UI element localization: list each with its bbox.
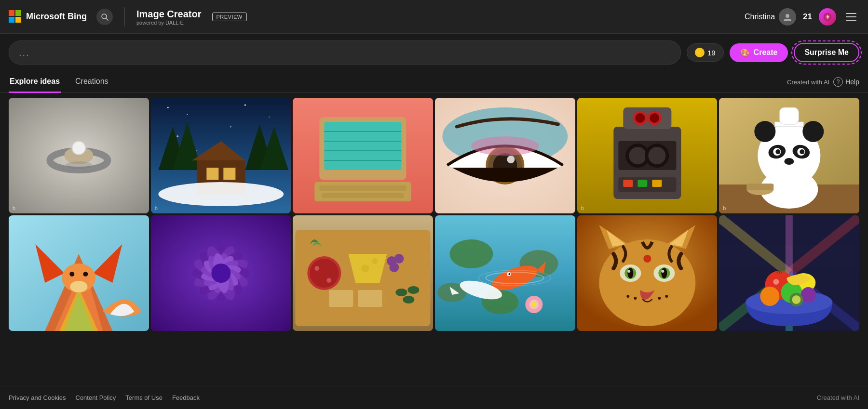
image-cell-fox[interactable]: [9, 215, 149, 331]
image-cell-computer[interactable]: [293, 98, 433, 213]
svg-point-157: [658, 297, 661, 300]
svg-point-176: [773, 279, 779, 285]
svg-rect-1: [15, 10, 21, 16]
svg-point-114: [315, 266, 320, 271]
privacy-link[interactable]: Privacy and Cookies: [9, 394, 66, 401]
bing-brand-text: Microsoft Bing: [26, 12, 87, 22]
svg-line-5: [106, 18, 108, 20]
search-bar[interactable]: ...: [9, 40, 681, 65]
surprise-me-button[interactable]: Surprise Me: [794, 43, 859, 62]
svg-point-47: [471, 136, 539, 156]
svg-point-172: [760, 287, 780, 306]
svg-rect-80: [747, 184, 774, 190]
created-with-ai-label: Created with AI: [787, 79, 829, 86]
watermark: b: [723, 205, 726, 211]
coins-avatar[interactable]: [819, 8, 836, 26]
image-grid: b: [0, 93, 868, 336]
svg-point-153: [627, 270, 630, 273]
header-right: Christina 21: [745, 8, 859, 26]
svg-point-125: [394, 254, 404, 264]
tab-explore-ideas[interactable]: Explore ideas: [9, 71, 61, 93]
svg-point-155: [626, 295, 629, 298]
image-cell-tiger[interactable]: [577, 215, 718, 331]
svg-point-91: [83, 272, 88, 277]
svg-point-117: [362, 264, 369, 272]
svg-rect-62: [637, 180, 647, 187]
svg-rect-63: [652, 180, 662, 187]
create-icon: 🎨: [740, 48, 750, 57]
svg-point-52: [629, 147, 646, 164]
svg-point-156: [634, 297, 637, 300]
watermark: b: [155, 205, 158, 211]
feedback-link[interactable]: Feedback: [172, 394, 200, 401]
svg-point-17: [244, 105, 245, 106]
footer-created-with-ai: Created with AI: [817, 394, 859, 401]
image-cell-food[interactable]: [293, 215, 433, 331]
watermark: b: [581, 205, 584, 211]
svg-point-18: [269, 117, 270, 118]
svg-rect-33: [325, 122, 402, 170]
svg-point-68: [755, 121, 776, 142]
bing-logo[interactable]: Microsoft Bing: [9, 10, 87, 24]
user-info[interactable]: Christina: [745, 8, 796, 26]
bing-logo-icon: [9, 10, 22, 24]
svg-point-90: [69, 272, 74, 277]
svg-point-13: [65, 161, 92, 169]
tabs-row: Explore ideas Creations Created with AI …: [0, 71, 868, 93]
user-avatar[interactable]: [779, 8, 796, 26]
image-creator-title: Image Creator: [136, 8, 202, 20]
svg-point-76: [785, 158, 794, 165]
svg-point-74: [776, 149, 781, 154]
help-button[interactable]: ? Help: [833, 77, 859, 87]
content-policy-link[interactable]: Content Policy: [76, 394, 116, 401]
terms-link[interactable]: Terms of Use: [125, 394, 163, 401]
coins-count: 21: [803, 12, 812, 22]
svg-rect-123: [358, 290, 382, 307]
image-cell-robot[interactable]: b: [577, 98, 718, 213]
svg-point-137: [508, 273, 510, 275]
svg-rect-2: [9, 17, 14, 23]
svg-point-59: [650, 113, 659, 123]
create-button[interactable]: 🎨 Create: [730, 43, 788, 62]
image-cell-ring[interactable]: b: [9, 98, 149, 213]
surprise-label: Surprise Me: [804, 48, 849, 57]
create-label: Create: [754, 48, 778, 57]
svg-rect-38: [315, 182, 411, 201]
image-cell-fruit[interactable]: [719, 215, 859, 331]
svg-point-120: [408, 286, 420, 294]
svg-point-134: [531, 302, 536, 307]
help-label: Help: [845, 78, 859, 86]
svg-rect-3: [15, 17, 21, 23]
image-cell-panda[interactable]: b: [719, 98, 859, 213]
image-cell-koi[interactable]: [435, 215, 575, 331]
svg-rect-0: [9, 10, 14, 16]
hamburger-line: [846, 13, 856, 14]
svg-point-89: [70, 281, 87, 292]
image-cell-eye[interactable]: [435, 98, 575, 213]
svg-point-159: [643, 255, 651, 263]
search-bar-row: ... ⚡ 19 🎨 Create Surprise Me: [0, 34, 868, 71]
watermark: b: [13, 205, 15, 211]
image-cell-flower[interactable]: [151, 215, 291, 331]
svg-point-115: [327, 278, 332, 283]
svg-point-154: [661, 270, 664, 273]
svg-point-69: [803, 121, 824, 142]
svg-point-121: [403, 296, 415, 303]
search-button[interactable]: [96, 9, 113, 25]
image-cell-cabin[interactable]: b: [151, 98, 291, 213]
hamburger-line: [846, 16, 856, 17]
svg-point-28: [176, 135, 178, 137]
header: Microsoft Bing Image Creator powered by …: [0, 0, 868, 34]
svg-point-175: [792, 295, 801, 304]
svg-point-119: [396, 289, 407, 296]
boost-pill: ⚡ 19: [687, 43, 724, 62]
header-left: Microsoft Bing Image Creator powered by …: [9, 7, 247, 26]
image-creator-info: Image Creator powered by DALL·E: [136, 8, 202, 26]
svg-point-158: [665, 295, 668, 298]
svg-point-57: [635, 113, 645, 123]
menu-button[interactable]: [843, 9, 859, 25]
bolt-icon: ⚡: [695, 48, 705, 57]
hamburger-line: [846, 20, 856, 21]
powered-by-label: powered by DALL·E: [136, 20, 202, 26]
tab-creations[interactable]: Creations: [74, 71, 109, 93]
